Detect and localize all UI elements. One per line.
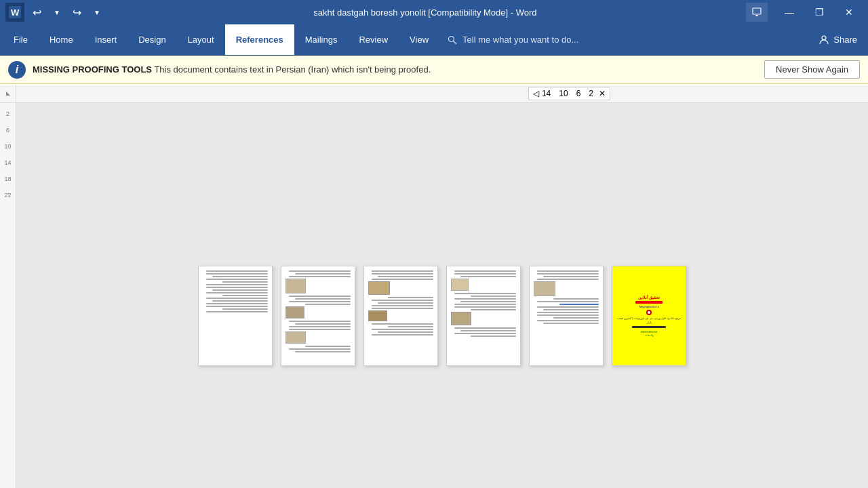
ad-title: تحقیق آنلاین xyxy=(638,295,660,300)
tab-mailings[interactable]: Mailings xyxy=(294,24,349,55)
notification-body: This document contains text in Persian (… xyxy=(154,64,431,75)
quick-access-dropdown[interactable]: ▼ xyxy=(90,7,104,18)
ad-red-bar xyxy=(635,301,663,304)
tab-home[interactable]: Home xyxy=(39,24,84,55)
page-thumbnails-row: تحقیق آنلاین Tahghighonline.ir مرجع دانل… xyxy=(198,266,686,366)
tab-review[interactable]: Review xyxy=(348,24,399,55)
title-bar: W ↩ ▼ ↪ ▼ sakht dastgah boresh yonolit [… xyxy=(0,0,868,24)
main-content: 2 6 10 14 18 22 xyxy=(0,103,868,488)
notification-bar: i MISSING PROOFING TOOLS This document c… xyxy=(0,56,868,84)
document-title: sakht dastgah boresh yonolit [Compatibil… xyxy=(104,7,746,18)
search-box[interactable]: Tell me what you want to do... xyxy=(448,35,578,45)
share-label: Share xyxy=(833,35,857,45)
page-thumbnail-5[interactable] xyxy=(529,266,604,366)
search-placeholder: Tell me what you want to do... xyxy=(462,35,578,45)
notification-text: MISSING PROOFING TOOLS This document con… xyxy=(33,64,757,75)
restore-button[interactable]: ❐ xyxy=(806,0,833,24)
ruler-tick-6: 6 xyxy=(6,122,9,138)
ruler-number-10: 10 xyxy=(559,89,568,98)
document-canvas: تحقیق آنلاین Tahghighonline.ir مرجع دانل… xyxy=(16,103,868,488)
ruler-tick-14: 14 xyxy=(4,155,11,171)
svg-point-4 xyxy=(449,36,454,41)
undo-dropdown-button[interactable]: ▼ xyxy=(50,7,64,18)
ad-whatsapp: واتساپ xyxy=(645,333,654,337)
info-icon: i xyxy=(8,61,26,79)
horizontal-ruler: ◁ 14 10 6 2 ✕ xyxy=(0,84,868,103)
tab-file[interactable]: File xyxy=(3,24,39,55)
tab-design[interactable]: Design xyxy=(127,24,176,55)
page-thumbnail-2[interactable] xyxy=(281,266,355,366)
tab-view[interactable]: View xyxy=(399,24,439,55)
svg-point-6 xyxy=(822,36,826,40)
prev-page-icon[interactable]: ◁ xyxy=(533,89,539,98)
share-button[interactable]: Share xyxy=(810,24,865,55)
ruler-number-6: 6 xyxy=(576,89,581,98)
page-nav[interactable]: ◁ 14 10 6 2 ✕ xyxy=(528,87,610,100)
tab-layout[interactable]: Layout xyxy=(177,24,225,55)
svg-text:W: W xyxy=(11,7,20,18)
page-1-content xyxy=(199,266,272,365)
svg-line-5 xyxy=(454,41,457,44)
ad-divider xyxy=(632,326,666,328)
window-controls: — ❐ ✕ xyxy=(746,0,863,24)
help-icon[interactable] xyxy=(746,3,768,22)
ruler-tick-10: 10 xyxy=(4,138,11,155)
minimize-button[interactable]: — xyxy=(776,0,803,24)
ruler-tick-2: 2 xyxy=(6,106,9,122)
page-2-content xyxy=(281,266,355,365)
page-thumbnail-4[interactable] xyxy=(446,266,521,366)
ad-url: Tahghighonline.ir xyxy=(639,305,659,308)
ribbon-search-area: Tell me what you want to do... xyxy=(439,24,810,55)
ad-body-text: مرجع دانلـــود فایل وردی، دی ای، پاورپوی… xyxy=(615,317,683,324)
notification-title: MISSING PROOFING TOOLS xyxy=(33,64,152,75)
ruler-number-2: 2 xyxy=(589,89,593,98)
ad-content: تحقیق آنلاین Tahghighonline.ir مرجع دانل… xyxy=(612,266,686,365)
ruler-tick-18: 18 xyxy=(4,171,11,187)
vertical-ruler: 2 6 10 14 18 22 xyxy=(0,103,16,488)
ad-link-icon xyxy=(646,310,652,315)
page-thumbnail-1[interactable] xyxy=(198,266,273,366)
svg-rect-2 xyxy=(753,8,761,14)
page-thumbnail-3[interactable] xyxy=(363,266,438,366)
ruler-corner xyxy=(0,84,16,103)
word-icon: W xyxy=(5,3,24,22)
tab-references[interactable]: References xyxy=(225,24,294,55)
ruler-nav-numbers: ◁ 14 10 6 2 ✕ xyxy=(528,87,610,100)
svg-rect-3 xyxy=(756,15,758,16)
undo-button[interactable]: ↩ xyxy=(28,4,45,21)
tab-insert[interactable]: Insert xyxy=(84,24,128,55)
next-page-icon[interactable]: ✕ xyxy=(599,89,606,98)
ribbon: File Home Insert Design Layout Reference… xyxy=(0,24,868,56)
never-show-again-button[interactable]: Never Show Again xyxy=(764,60,860,79)
ruler-number-14: 14 xyxy=(542,89,551,98)
close-button[interactable]: ✕ xyxy=(835,0,863,24)
page-4-content xyxy=(447,266,520,365)
redo-button[interactable]: ↪ xyxy=(68,4,85,21)
ruler-tick-22: 22 xyxy=(4,187,11,203)
page-thumbnail-6[interactable]: تحقیق آنلاین Tahghighonline.ir مرجع دانل… xyxy=(612,266,686,366)
page-5-content xyxy=(530,266,603,365)
title-bar-left: W ↩ ▼ ↪ ▼ xyxy=(5,3,104,22)
page-3-content xyxy=(364,266,437,365)
